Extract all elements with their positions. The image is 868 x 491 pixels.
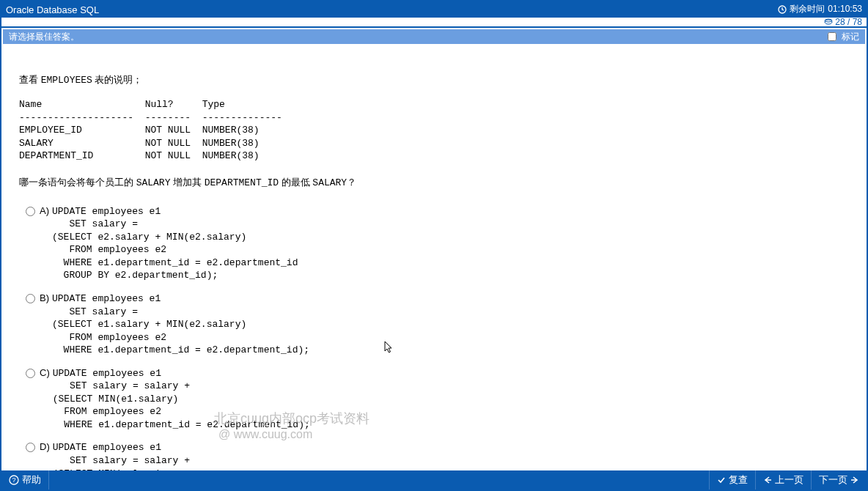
status-left — [6, 18, 72, 26]
clock-icon — [778, 5, 787, 14]
table-description: Name Null? Type -------------------- ---… — [19, 98, 849, 163]
option-d[interactable]: D) UPDATE employees e1 SET salary = sala… — [22, 441, 849, 470]
question-counter: 28 / 78 — [835, 17, 862, 27]
status-line: 28 / 78 — [1, 18, 867, 28]
mark-for-review[interactable]: 标记 — [825, 30, 859, 43]
qtext-p2: 增加其 — [170, 177, 204, 188]
app-title: Oracle Database SQL — [6, 4, 99, 15]
qtext-p4: ？ — [347, 177, 356, 188]
qtext-k1: SALARY — [136, 177, 171, 188]
title-bar: Oracle Database SQL 剩余时间 01:10:53 — [1, 1, 867, 18]
qtext-p1: 哪一条语句会将每个员工的 — [19, 177, 136, 188]
next-label: 下一页 — [819, 473, 847, 487]
option-b-letter: B) — [40, 292, 49, 303]
prev-button[interactable]: 上一页 — [755, 470, 811, 490]
title-right: 剩余时间 01:10:53 — [778, 4, 862, 14]
option-b-code: UPDATE employees e1 SET salary = (SELECT… — [52, 292, 309, 357]
qtext-p3: 的最低 — [279, 177, 312, 188]
option-d-letter: D) — [40, 441, 50, 452]
option-a-letter: A) — [40, 205, 49, 216]
option-a-radio[interactable] — [26, 207, 35, 216]
option-c[interactable]: C) UPDATE employees e1 SET salary = sala… — [22, 367, 849, 432]
help-button[interactable]: ? 帮助 — [1, 470, 49, 490]
option-a[interactable]: A) UPDATE employees e1 SET salary = (SEL… — [22, 205, 849, 282]
mark-checkbox[interactable] — [828, 32, 836, 41]
question-text: 哪一条语句会将每个员工的 SALARY 增加其 DEPARTMENT_ID 的最… — [19, 176, 849, 189]
option-c-letter: C) — [40, 367, 50, 378]
help-icon: ? — [9, 475, 19, 485]
arrow-right-icon — [850, 476, 859, 484]
option-b-radio[interactable] — [26, 294, 35, 303]
footer-bar: ? 帮助 复查 上一页 下一页 — [1, 470, 867, 490]
arrow-left-icon — [763, 476, 772, 484]
app-frame: Oracle Database SQL 剩余时间 01:10:53 28 / 7… — [0, 0, 868, 491]
footer-right: 复查 上一页 下一页 — [709, 470, 867, 490]
title-left: Oracle Database SQL — [6, 4, 99, 15]
prev-label: 上一页 — [775, 473, 803, 487]
instruction-text: 请选择最佳答案。 — [9, 31, 79, 43]
question-intro: 查看 EMPLOYEES 表的说明； — [19, 73, 849, 86]
time-remaining: 剩余时间 01:10:53 — [778, 4, 862, 14]
intro-prefix: 查看 — [19, 74, 41, 85]
review-button[interactable]: 复查 — [709, 470, 755, 490]
option-c-radio[interactable] — [26, 369, 35, 378]
svg-text:?: ? — [12, 476, 15, 484]
option-a-code: UPDATE employees e1 SET salary = (SELECT… — [52, 205, 298, 282]
time-value: 01:10:53 — [828, 4, 862, 14]
mark-label: 标记 — [842, 31, 859, 43]
option-b[interactable]: B) UPDATE employees e1 SET salary = (SEL… — [22, 292, 849, 357]
option-d-radio[interactable] — [26, 443, 35, 452]
question-counter-row: 28 / 78 — [824, 17, 862, 27]
qtext-k3: SALARY — [312, 177, 347, 188]
status-pill — [13, 18, 72, 26]
check-icon — [717, 476, 726, 484]
answer-options: A) UPDATE employees e1 SET salary = (SEL… — [22, 205, 849, 470]
instruction-bar: 请选择最佳答案。 标记 — [3, 29, 865, 44]
qtext-k2: DEPARTMENT_ID — [205, 177, 279, 188]
intro-suffix: 表的说明； — [92, 74, 143, 85]
option-d-code: UPDATE employees e1 SET salary = salary … — [53, 441, 190, 470]
next-button[interactable]: 下一页 — [811, 470, 867, 490]
time-label: 剩余时间 — [790, 4, 825, 14]
counter-icon — [824, 18, 833, 26]
help-label: 帮助 — [22, 473, 41, 487]
footer-left: ? 帮助 — [1, 470, 49, 490]
question-content: 查看 EMPLOYEES 表的说明； Name Null? Type -----… — [1, 44, 867, 470]
option-c-code: UPDATE employees e1 SET salary = salary … — [53, 367, 310, 432]
review-label: 复查 — [729, 473, 748, 487]
intro-table-name: EMPLOYEES — [41, 75, 92, 86]
